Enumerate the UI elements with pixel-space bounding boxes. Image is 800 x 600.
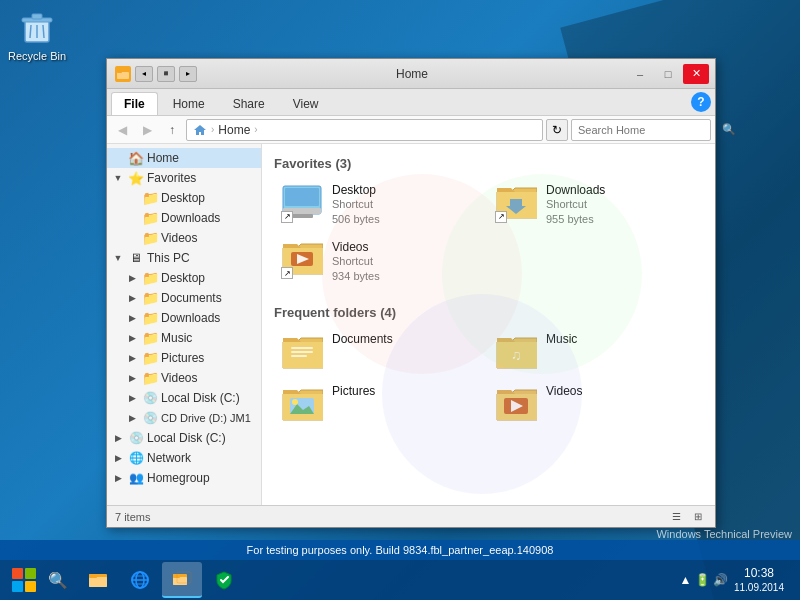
file-item-meta1: Shortcut <box>546 197 605 212</box>
file-item-meta2: 955 bytes <box>546 212 605 227</box>
sidebar-item-desktop-fav[interactable]: 📁 Desktop <box>107 188 261 208</box>
clock: 10:38 11.09.2014 <box>734 566 784 595</box>
list-item[interactable]: ↗ Videos Shortcut 934 bytes <box>274 236 424 289</box>
sidebar-home-label: Home <box>147 151 179 165</box>
home-icon: 🏠 <box>128 150 144 166</box>
list-item[interactable]: Pictures <box>274 380 424 428</box>
list-item[interactable]: ↗ Desktop Shortcut 506 bytes <box>274 179 424 232</box>
tiles-view-button[interactable]: ⊞ <box>689 509 707 525</box>
recycle-bin-icon[interactable]: Recycle Bin <box>8 8 66 62</box>
sidebar-item-music-pc[interactable]: ▶ 📁 Music <box>107 328 261 348</box>
maximize-button[interactable]: □ <box>655 64 681 84</box>
taskbar-apps <box>78 562 244 598</box>
desktop-shortcut-icon: ↗ <box>278 183 326 223</box>
taskbar-app-ie[interactable] <box>120 562 160 598</box>
tree-expand-home <box>111 151 125 165</box>
tree-leaf-5: ▶ <box>125 291 139 305</box>
folder-desktop-fav-icon: 📁 <box>142 190 158 206</box>
taskbar-app-explorer[interactable] <box>78 562 118 598</box>
list-item[interactable]: ↗ Downloads Shortcut 955 bytes <box>488 179 638 232</box>
sidebar-item-downloads-pc[interactable]: ▶ 📁 Downloads <box>107 308 261 328</box>
sidebar-item-home[interactable]: 🏠 Home <box>107 148 261 168</box>
sidebar-item-network[interactable]: ▶ 🌐 Network <box>107 448 261 468</box>
windows-preview-label: Windows Technical Preview <box>656 528 792 540</box>
ribbon: File Home Share View ? <box>107 89 715 116</box>
close-button[interactable]: ✕ <box>683 64 709 84</box>
downloads-shortcut-icon: ↗ <box>492 183 540 223</box>
file-item-name: Videos <box>332 240 380 254</box>
svg-rect-34 <box>173 577 187 585</box>
network-icon: 🌐 <box>128 450 144 466</box>
sidebar-item-videos-pc[interactable]: ▶ 📁 Videos <box>107 368 261 388</box>
title-controls: – □ ✕ <box>627 64 709 84</box>
sidebar-item-localdisk[interactable]: ▶ 💿 Local Disk (C:) <box>107 428 261 448</box>
desktop: Recycle Bin ◂ ◾ ▸ Home – □ <box>0 0 800 600</box>
sidebar-item-downloads-fav[interactable]: 📁 Downloads <box>107 208 261 228</box>
sidebar-music-pc-label: Music <box>161 331 192 345</box>
refresh-button[interactable]: ↻ <box>546 119 568 141</box>
folder-music-pc-icon: 📁 <box>142 330 158 346</box>
tree-leaf-11: ▶ <box>125 411 139 425</box>
help-button[interactable]: ? <box>691 92 711 112</box>
svg-rect-26 <box>89 577 107 587</box>
sidebar-network-label: Network <box>147 451 191 465</box>
list-item[interactable]: Videos <box>488 380 638 428</box>
taskbar-app-security[interactable] <box>204 562 244 598</box>
svg-rect-35 <box>173 574 180 578</box>
quick-access-btn-2[interactable]: ◾ <box>157 66 175 82</box>
back-button[interactable]: ◀ <box>111 120 133 140</box>
favorites-header: Favorites (3) <box>274 156 703 171</box>
address-path[interactable]: › Home › <box>186 119 543 141</box>
sidebar-item-pictures-pc[interactable]: ▶ 📁 Pictures <box>107 348 261 368</box>
start-icon <box>12 568 36 592</box>
details-view-button[interactable]: ☰ <box>667 509 685 525</box>
tab-view[interactable]: View <box>280 92 332 115</box>
recycle-bin-label: Recycle Bin <box>8 50 66 62</box>
tab-share[interactable]: Share <box>220 92 278 115</box>
sidebar-item-documents-pc[interactable]: ▶ 📁 Documents <box>107 288 261 308</box>
desktop-shortcut-info: Desktop Shortcut 506 bytes <box>332 183 380 228</box>
pictures-folder-icon <box>278 384 326 424</box>
sidebar-item-cddrive-pc[interactable]: ▶ 💿 CD Drive (D:) JM1 <box>107 408 261 428</box>
sidebar-item-desktop-pc[interactable]: ▶ 📁 Desktop <box>107 268 261 288</box>
path-home[interactable]: Home <box>218 123 250 137</box>
status-bar: 7 items ☰ ⊞ <box>107 505 715 527</box>
list-item[interactable]: ♫ Music <box>488 328 638 376</box>
folder-documents-pc-icon: 📁 <box>142 290 158 306</box>
file-item-name: Videos <box>546 384 582 398</box>
videos-shortcut-icon: ↗ <box>278 240 326 280</box>
up-button[interactable]: ↑ <box>161 120 183 140</box>
search-icon[interactable]: 🔍 <box>722 120 736 140</box>
svg-text:♫: ♫ <box>511 347 522 363</box>
start-button[interactable] <box>6 562 42 598</box>
sidebar-item-favorites[interactable]: ▼ ⭐ Favorites <box>107 168 261 188</box>
sidebar-item-localdisk-pc[interactable]: ▶ 💿 Local Disk (C:) <box>107 388 261 408</box>
file-item-name: Music <box>546 332 577 346</box>
sidebar-item-homegroup[interactable]: ▶ 👥 Homegroup <box>107 468 261 488</box>
quick-access-btn-3[interactable]: ▸ <box>179 66 197 82</box>
disk-c-icon: 💿 <box>142 390 158 406</box>
main-area: 🏠 Home ▼ ⭐ Favorites 📁 Desktop <box>107 144 715 505</box>
sidebar-videos-fav-label: Videos <box>161 231 197 245</box>
quick-access-btn-1[interactable]: ◂ <box>135 66 153 82</box>
tree-expand-favorites: ▼ <box>111 171 125 185</box>
sidebar-cddrive-pc-label: CD Drive (D:) JM1 <box>161 412 251 424</box>
sidebar-item-thispc[interactable]: ▼ 🖥 This PC <box>107 248 261 268</box>
tree-leaf-9: ▶ <box>125 371 139 385</box>
search-input[interactable] <box>572 124 722 136</box>
folder-videos-pc-icon: 📁 <box>142 370 158 386</box>
title-bar: ◂ ◾ ▸ Home – □ ✕ <box>107 59 715 89</box>
sidebar-item-videos-fav[interactable]: 📁 Videos <box>107 228 261 248</box>
list-item[interactable]: Documents <box>274 328 424 376</box>
forward-button[interactable]: ▶ <box>136 120 158 140</box>
sidebar-videos-pc-label: Videos <box>161 371 197 385</box>
taskbar-app-fileexplorer[interactable] <box>162 562 202 598</box>
window-title: Home <box>197 67 627 81</box>
search-box: 🔍 <box>571 119 711 141</box>
minimize-button[interactable]: – <box>627 64 653 84</box>
svg-rect-12 <box>291 214 313 218</box>
tab-home[interactable]: Home <box>160 92 218 115</box>
taskbar-search-button[interactable]: 🔍 <box>42 564 74 596</box>
tree-leaf-10: ▶ <box>125 391 139 405</box>
tab-file[interactable]: File <box>111 92 158 115</box>
